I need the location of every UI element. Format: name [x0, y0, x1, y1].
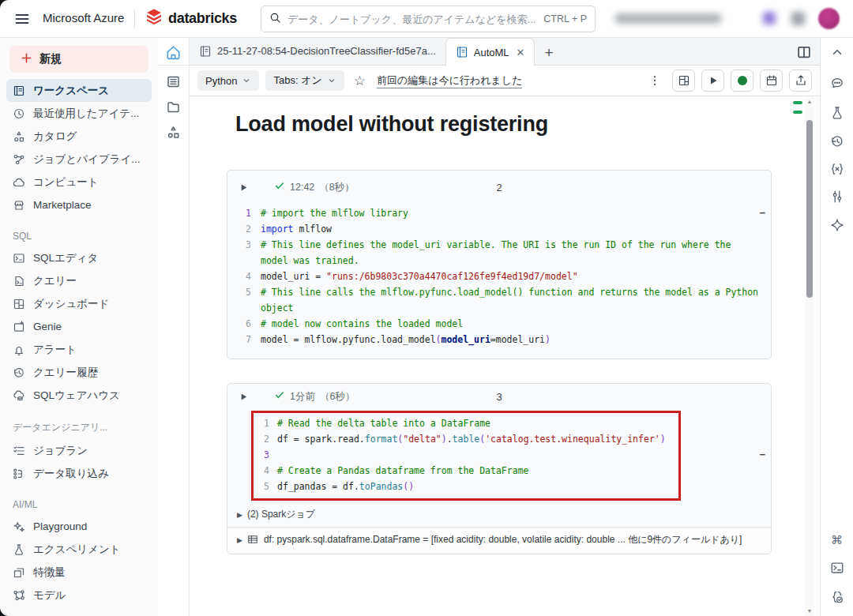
topbar-icon-redacted[interactable]: [791, 12, 805, 25]
scrollbar-thumb[interactable]: [806, 120, 813, 298]
tab-bar: 25-11-27-08:54-DecisionTreeClassifier-fd…: [190, 38, 820, 66]
sidebar-item[interactable]: ジョブラン: [6, 439, 152, 462]
line-number: 6: [231, 316, 251, 332]
vertical-scrollbar[interactable]: ▲ ▼: [805, 96, 814, 616]
code-line: 5df_pandas = df.toPandas(): [254, 479, 677, 494]
share-button[interactable]: [789, 69, 812, 92]
workspace-name-redacted[interactable]: [614, 13, 722, 24]
divider: [158, 65, 190, 66]
sidebar-item[interactable]: ダッシュボード: [6, 292, 152, 315]
cell-output[interactable]: ▶df: pyspark.sql.dataframe.DataFrame = […: [227, 527, 771, 554]
databricks-logo[interactable]: databricks: [145, 8, 237, 28]
topbar-icon-redacted[interactable]: [763, 12, 776, 24]
line-number: 5: [254, 479, 269, 494]
code-text: model_uri = "runs:/6b9803c370a4470caf126…: [261, 269, 763, 284]
code-text: [277, 447, 677, 463]
tab-notebook-decisiontree[interactable]: 25-11-27-08:54-DecisionTreeClassifier-fd…: [190, 37, 445, 65]
folder-icon[interactable]: [166, 100, 181, 118]
run-duration: （8秒）: [319, 181, 354, 194]
sidebar-item[interactable]: コンピュート: [6, 171, 152, 193]
code-cell-1[interactable]: 12:42 （8秒） 2 1# import the mlflow librar…: [227, 170, 772, 359]
sidebar-item[interactable]: モデル: [6, 584, 152, 607]
line-number: 3: [254, 447, 269, 463]
split-view-icon[interactable]: [796, 44, 812, 63]
notebook-icon: [199, 45, 212, 58]
terminal-icon[interactable]: [830, 561, 844, 575]
user-avatar[interactable]: [818, 8, 840, 29]
scroll-down-arrow[interactable]: ▼: [805, 608, 814, 614]
sidebar-item[interactable]: ジョブとパイプライ...: [6, 148, 152, 171]
assistant-icon[interactable]: [830, 218, 844, 232]
tab-automl[interactable]: AutoML ✕: [445, 38, 535, 66]
history-icon[interactable]: [830, 134, 844, 148]
layout-button[interactable]: [672, 69, 695, 92]
caret-right-icon: ▶: [237, 536, 242, 544]
sidebar-item[interactable]: エクスペリメント: [6, 538, 152, 561]
code-cell-2[interactable]: 1分前 （6秒） 3 1# Read the delta table into …: [227, 383, 772, 554]
sidebar-section-header: SQL: [0, 216, 158, 246]
code-editor[interactable]: 1# import the mlflow library2import mlfl…: [227, 204, 771, 359]
ingestion-icon: [13, 468, 25, 480]
plus-icon: [21, 52, 32, 67]
sidebar-item[interactable]: アラート: [6, 338, 152, 361]
run-all-button[interactable]: [701, 69, 724, 92]
new-button[interactable]: 新規: [9, 46, 148, 73]
code-editor[interactable]: 1# Read the delta table into a DataFrame…: [254, 415, 677, 494]
run-cell-icon[interactable]: [239, 392, 249, 402]
experiment-icon[interactable]: [830, 106, 844, 120]
sidebar-item[interactable]: Marketplace: [6, 193, 152, 216]
sidebar-item[interactable]: Genie: [6, 315, 152, 338]
sidebar-item[interactable]: カタログ: [6, 125, 152, 148]
compute-icon: [13, 176, 25, 189]
global-search[interactable]: CTRL + P: [261, 6, 596, 32]
settings-icon[interactable]: [830, 190, 844, 204]
sidebar-item[interactable]: 最近使用したアイテ...: [6, 102, 152, 125]
schedule-button[interactable]: [760, 69, 783, 92]
chevron-up-icon[interactable]: [830, 45, 844, 59]
fold-marker[interactable]: −: [759, 449, 765, 460]
home-icon[interactable]: [165, 44, 182, 64]
environment-icon[interactable]: [830, 590, 844, 604]
sidebar-item[interactable]: ワークスペース: [6, 79, 152, 102]
table-of-contents-icon[interactable]: [166, 74, 181, 92]
variables-icon[interactable]: [830, 162, 844, 176]
new-tab-button[interactable]: +: [535, 44, 562, 65]
line-number: 5: [231, 284, 251, 316]
brand-name: databricks: [168, 10, 237, 27]
sidebar-item[interactable]: データ取り込み: [6, 462, 152, 485]
code-line: 4model_uri = "runs:/6b9803c370a4470caf12…: [231, 269, 763, 284]
catalog-panel-icon[interactable]: [166, 125, 181, 143]
comment-icon[interactable]: [830, 76, 844, 90]
favorite-star-icon[interactable]: ☆: [354, 73, 366, 89]
scroll-up-arrow[interactable]: ▲: [805, 99, 814, 104]
sidebar-item[interactable]: 特徴量: [6, 561, 152, 584]
sidebar-item[interactable]: SQLエディタ: [6, 246, 152, 269]
close-icon[interactable]: ✕: [517, 47, 525, 58]
kebab-menu-icon[interactable]: [644, 74, 666, 87]
models-icon: [13, 589, 25, 602]
last-edit-link[interactable]: 前回の編集は今に行われました: [377, 73, 522, 88]
sidebar-item[interactable]: クエリー履歴: [6, 361, 152, 384]
shortcuts-icon[interactable]: ⌘: [831, 533, 843, 547]
sidebar-item[interactable]: Playground: [6, 515, 152, 538]
language-selector[interactable]: Python: [197, 70, 259, 91]
sidebar-item-label: クエリー履歴: [33, 366, 98, 380]
notebook-heading[interactable]: Load model without registering: [235, 112, 805, 137]
top-bar: Microsoft Azure databricks CTRL + P: [0, 0, 853, 38]
output-text: df: pyspark.sql.dataframe.DataFrame = [f…: [264, 534, 742, 545]
cluster-status[interactable]: [731, 69, 753, 92]
run-cell-icon[interactable]: [239, 182, 249, 193]
sidebar-item-label: Genie: [33, 321, 62, 332]
sidebar-item[interactable]: クエリー: [6, 269, 152, 292]
dashboards-icon: [13, 298, 25, 310]
fold-marker[interactable]: −: [759, 207, 765, 219]
dataframe-table-icon: [247, 534, 258, 545]
queries-icon: [13, 275, 25, 287]
spark-jobs-toggle[interactable]: ▶ (2) Sparkジョブ: [227, 504, 771, 527]
hamburger-menu-icon[interactable]: [14, 11, 30, 27]
search-input[interactable]: [287, 13, 537, 25]
tabs-toggle[interactable]: Tabs: オン: [265, 70, 344, 91]
sidebar-item-label: ダッシュボード: [33, 297, 109, 311]
language-label: Python: [205, 75, 237, 87]
sidebar-item[interactable]: SQLウェアハウス: [6, 384, 152, 407]
